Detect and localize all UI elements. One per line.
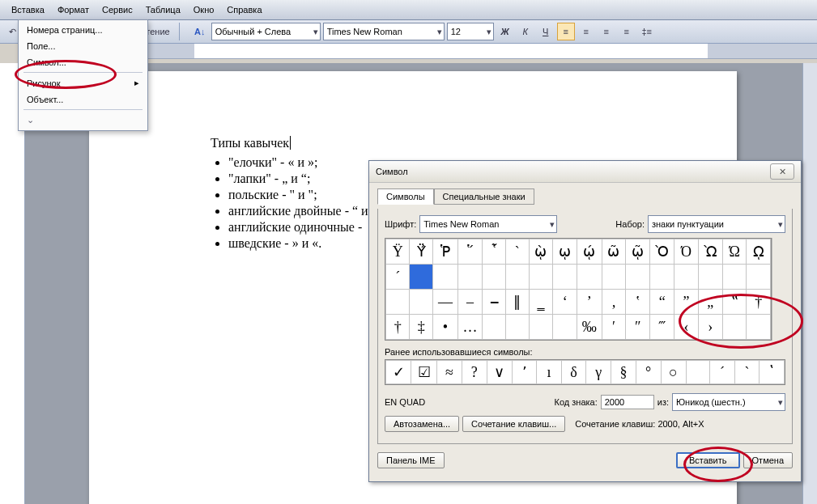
symbol-cell[interactable]: • — [433, 315, 457, 340]
symbol-cell[interactable] — [722, 265, 746, 290]
symbol-cell[interactable]: ” — [674, 290, 698, 315]
symbol-cell[interactable]: ῷ — [626, 239, 650, 265]
symbol-cell[interactable]: … — [457, 315, 482, 340]
symbol-cell[interactable] — [457, 265, 482, 290]
symbol-cell[interactable]: ῟ — [483, 239, 506, 265]
recent-symbol-cell[interactable]: δ — [561, 361, 586, 384]
recent-symbol-cell[interactable]: ° — [636, 361, 661, 384]
linespacing-button[interactable]: ‡≡ — [638, 23, 656, 40]
symbol-cell[interactable]: – — [457, 290, 482, 315]
recent-symbol-cell[interactable]: ʼ — [512, 361, 536, 384]
recent-symbol-cell[interactable]: ` — [734, 361, 759, 384]
symbol-cell[interactable] — [506, 265, 530, 290]
menuitem-picture[interactable]: Рисунок▸ — [20, 74, 146, 91]
recent-symbol-cell[interactable]: ı — [537, 361, 561, 384]
size-combo[interactable]: 12 — [447, 23, 494, 40]
symbol-cell[interactable]: ´ — [386, 265, 410, 290]
symbol-cell[interactable]: ‚ — [602, 290, 626, 315]
symbol-cell[interactable]: Ό — [674, 239, 698, 265]
insert-button[interactable]: Вставить — [676, 452, 740, 468]
recent-symbol-cell[interactable]: ? — [462, 361, 487, 384]
menu-tools[interactable]: Сервис — [96, 3, 139, 16]
menu-table[interactable]: Таблица — [139, 3, 187, 16]
symbol-cell[interactable] — [483, 315, 506, 340]
symbol-cell[interactable] — [529, 315, 553, 340]
dialog-titlebar[interactable]: Символ ✕ — [369, 161, 801, 183]
symbol-cell[interactable]: ‖ — [506, 290, 530, 315]
symbol-cell[interactable]: ` — [506, 239, 530, 265]
symbol-cell[interactable] — [722, 315, 746, 340]
symbol-cell[interactable]: ‡ — [410, 315, 433, 340]
symbol-cell[interactable] — [626, 265, 650, 290]
bold-button[interactable]: Ж — [496, 23, 514, 40]
shortcut-button[interactable]: Сочетание клавиш... — [462, 416, 565, 432]
symbol-cell[interactable] — [602, 265, 626, 290]
italic-button[interactable]: К — [517, 23, 534, 40]
font-combo[interactable]: Times New Roman — [323, 23, 445, 40]
symbol-cell[interactable]: ″ — [626, 315, 650, 340]
menu-insert[interactable]: Вставка — [5, 3, 51, 16]
encoding-combo[interactable]: Юникод (шестн.) — [672, 393, 785, 411]
close-button[interactable]: ✕ — [770, 163, 794, 180]
symbol-cell[interactable]: ῶ — [602, 239, 626, 265]
menuitem-page-numbers[interactable]: Номера страниц... — [20, 22, 146, 38]
menuitem-field[interactable]: Поле... — [20, 38, 146, 54]
symbol-cell[interactable]: — — [433, 290, 457, 315]
symbol-cell[interactable] — [386, 290, 410, 315]
underline-button[interactable]: Ч — [537, 23, 555, 40]
recent-symbol-cell[interactable]: γ — [586, 361, 611, 384]
symbol-cell[interactable]: † — [747, 290, 771, 315]
style-a-icon[interactable]: A↓ — [191, 23, 209, 40]
menuitem-expand[interactable]: ⌄ — [20, 112, 146, 129]
symbol-cell[interactable]: › — [698, 315, 722, 340]
symbol-cell[interactable] — [747, 315, 771, 340]
symbol-cell[interactable]: Ὼ — [698, 239, 722, 265]
symbol-cell[interactable]: „ — [698, 290, 722, 315]
menu-format[interactable]: Формат — [51, 3, 96, 16]
align-center-button[interactable]: ≡ — [577, 23, 595, 40]
style-combo[interactable]: Обычный + Слева — [211, 23, 321, 40]
symbol-cell[interactable] — [553, 315, 577, 340]
recent-symbol-cell[interactable]: ✓ — [386, 361, 411, 384]
recent-symbol-cell[interactable]: ´ — [710, 361, 734, 384]
symbol-cell[interactable] — [553, 265, 577, 290]
symbol-cell[interactable] — [650, 265, 674, 290]
recent-symbol-cell[interactable]: § — [611, 361, 636, 384]
symbol-cell[interactable]: ′ — [602, 315, 626, 340]
symbol-cell[interactable]: ῴ — [577, 239, 602, 265]
symbol-cell[interactable]: ῲ — [529, 239, 553, 265]
recent-symbol-cell[interactable]: ○ — [661, 361, 686, 384]
symbol-cell[interactable] — [506, 315, 530, 340]
symbol-cell[interactable]: ‗ — [529, 290, 553, 315]
menuitem-symbol[interactable]: Символ... — [20, 54, 146, 70]
tab-special-chars[interactable]: Специальные знаки — [434, 188, 534, 205]
symbol-cell[interactable]: ‛ — [626, 290, 650, 315]
menuitem-object[interactable]: Объект... — [20, 91, 146, 108]
symbol-cell[interactable]: ‹ — [674, 315, 698, 340]
menu-help[interactable]: Справка — [220, 3, 268, 16]
symbol-cell[interactable]: Ϋ́ — [410, 239, 433, 265]
align-justify-button[interactable]: ≡ — [618, 23, 636, 40]
symbol-cell[interactable]: ’ — [577, 290, 602, 315]
cancel-button[interactable]: Отмена — [743, 452, 793, 468]
symbol-cell[interactable]: ‰ — [577, 315, 602, 340]
symbol-cell[interactable]: “ — [650, 290, 674, 315]
symbol-cell[interactable]: Ϋ — [386, 239, 410, 265]
ime-panel-button[interactable]: Панель IME — [377, 452, 445, 468]
symbol-cell[interactable]: ῞ — [457, 239, 482, 265]
align-right-button[interactable]: ≡ — [598, 23, 615, 40]
symbol-cell[interactable] — [529, 265, 553, 290]
autocorrect-button[interactable]: Автозамена... — [385, 416, 459, 432]
symbol-cell[interactable]: ‴ — [650, 315, 674, 340]
tab-symbols[interactable]: Символы — [377, 188, 434, 205]
symbol-cell[interactable]: ῳ — [553, 239, 577, 265]
symbol-cell[interactable]: Ὸ — [650, 239, 674, 265]
recent-symbol-cell[interactable] — [686, 361, 710, 384]
symbol-cell[interactable]: ῼ — [747, 239, 771, 265]
symbol-cell[interactable] — [674, 265, 698, 290]
symbol-cell[interactable] — [698, 265, 722, 290]
recent-symbol-cell[interactable]: ʽ — [760, 361, 785, 384]
recent-symbol-cell[interactable]: ☑ — [411, 361, 437, 384]
symbol-cell[interactable] — [410, 290, 433, 315]
symbol-cell[interactable]: ‟ — [722, 290, 746, 315]
